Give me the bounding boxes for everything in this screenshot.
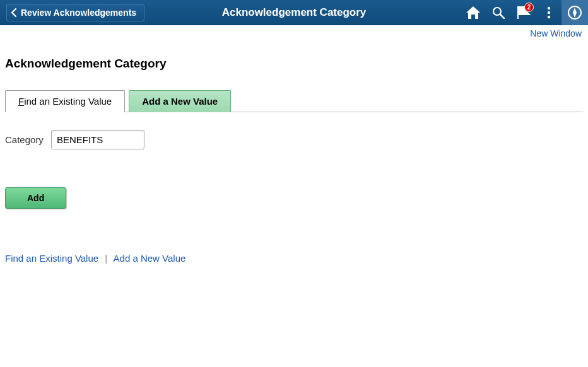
svg-point-3 bbox=[548, 11, 550, 14]
tab-find-existing[interactable]: Find an Existing Value bbox=[5, 90, 125, 112]
search-icon bbox=[492, 6, 505, 19]
page-content: Acknowledgement Category Find an Existin… bbox=[0, 39, 588, 264]
tab-find-rest: ind an Existing Value bbox=[24, 96, 112, 107]
tab-find-prefix: F bbox=[18, 96, 24, 107]
header-title: Acknowledgement Category bbox=[222, 6, 367, 19]
compass-icon bbox=[567, 5, 582, 20]
tab-strip: Find an Existing Value Add a New Value bbox=[5, 90, 583, 112]
search-button[interactable] bbox=[486, 0, 511, 25]
category-input[interactable] bbox=[51, 130, 144, 149]
home-icon bbox=[466, 6, 480, 19]
notification-badge: 2 bbox=[524, 3, 534, 12]
app-header: Review Acknowledgements Acknowledgement … bbox=[0, 0, 588, 25]
tab-add-label: Add a New Value bbox=[142, 96, 218, 107]
back-button[interactable]: Review Acknowledgements bbox=[6, 4, 144, 21]
tab-add-new[interactable]: Add a New Value bbox=[129, 90, 231, 112]
find-existing-link[interactable]: Find an Existing Value bbox=[5, 253, 98, 264]
navbar-button[interactable] bbox=[562, 0, 588, 25]
page-title: Acknowledgement Category bbox=[5, 57, 583, 71]
chevron-left-icon bbox=[11, 8, 17, 17]
category-row: Category bbox=[5, 130, 583, 149]
notifications-button[interactable]: 2 bbox=[511, 0, 536, 25]
svg-point-2 bbox=[548, 7, 550, 9]
header-toolbar: 2 bbox=[461, 0, 588, 25]
add-button[interactable]: Add bbox=[5, 187, 66, 209]
add-new-link[interactable]: Add a New Value bbox=[114, 253, 186, 264]
back-button-label: Review Acknowledgements bbox=[21, 8, 136, 18]
bottom-links: Find an Existing Value | Add a New Value bbox=[5, 253, 583, 264]
svg-line-1 bbox=[500, 15, 504, 18]
new-window-link[interactable]: New Window bbox=[530, 28, 582, 38]
subheader: New Window bbox=[0, 25, 588, 39]
category-label: Category bbox=[5, 134, 44, 145]
home-button[interactable] bbox=[461, 0, 486, 25]
more-vertical-icon bbox=[547, 6, 551, 19]
svg-point-4 bbox=[548, 16, 550, 18]
actions-menu-button[interactable] bbox=[536, 0, 562, 25]
link-divider: | bbox=[105, 253, 107, 264]
